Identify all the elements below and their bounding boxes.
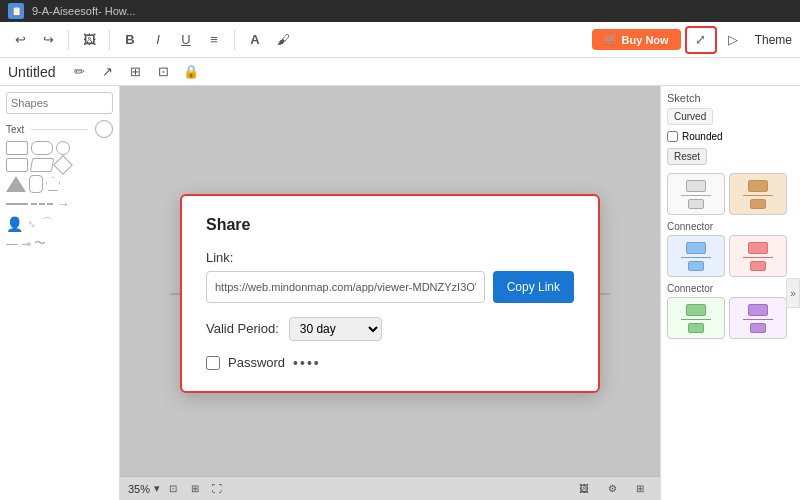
font-btn[interactable]: A [243, 28, 267, 52]
main-toolbar: ↩ ↪ 🖼 B I U ≡ A 🖌 🛒 Buy Now ⤢ ▷ Theme [0, 22, 800, 58]
share-icon: ⤢ [695, 32, 706, 47]
connector-label-1: Connector [667, 221, 794, 232]
modal-overlay: Share Link: Copy Link Valid Period: 30 d… [120, 86, 660, 500]
rounded-checkbox[interactable] [667, 131, 678, 142]
curved-chip[interactable]: Curved [667, 108, 713, 125]
theme-cards-3 [667, 297, 794, 339]
share-toolbar-btn[interactable]: ⤢ [685, 26, 717, 54]
left-sidebar: Text → [0, 86, 120, 500]
theme-card-4[interactable] [729, 235, 787, 277]
link-input[interactable] [206, 271, 485, 303]
mini-conn-4 [743, 257, 773, 258]
video-btn[interactable]: ▷ [721, 28, 745, 52]
cart-icon: 🛒 [604, 33, 618, 46]
theme-card-6[interactable] [729, 297, 787, 339]
triangle-shape[interactable] [6, 176, 26, 192]
dash2-shape[interactable]: ⊸ [21, 237, 31, 251]
password-checkbox[interactable] [206, 356, 220, 370]
second-toolbar: Untitled ✏ ↗ ⊞ ⊡ 🔒 [0, 58, 800, 86]
shape-row-4 [6, 175, 113, 193]
line-shape[interactable] [6, 203, 28, 205]
circle-shape[interactable] [95, 120, 113, 138]
valid-period-row: Valid Period: 30 day 7 day 1 day Permane… [206, 317, 574, 341]
sep3 [234, 30, 235, 50]
rounded-rect-shape[interactable] [31, 141, 53, 155]
sep2 [109, 30, 110, 50]
password-row: Password •••• [206, 355, 574, 371]
rect2-shape[interactable] [6, 158, 28, 172]
share-modal: Share Link: Copy Link Valid Period: 30 d… [180, 194, 600, 393]
mini-conn-1 [681, 195, 711, 196]
shape-row-1: Text [6, 120, 113, 138]
diamond-shape[interactable] [53, 155, 73, 175]
arrow2-shape[interactable]: ↔ [23, 214, 41, 232]
mini-conn-5 [681, 319, 711, 320]
rect-shape[interactable] [6, 141, 28, 155]
arrow-shape[interactable]: → [56, 196, 70, 212]
parallelogram-shape[interactable] [30, 158, 54, 172]
shapes-search[interactable] [6, 92, 113, 114]
canvas[interactable]: Baroque Era (1600-1750 AD) Characterized… [120, 86, 660, 500]
link-label: Link: [206, 250, 574, 265]
person-shape[interactable]: 👤 [6, 216, 23, 232]
password-label: Password [228, 355, 285, 370]
mini-shape-4 [750, 199, 766, 209]
shape-row-7: — ⊸ 〜 [6, 235, 113, 252]
pencil-btn[interactable]: ✏ [67, 60, 91, 84]
pentagon-shape[interactable] [46, 177, 60, 191]
link-row: Copy Link [206, 271, 574, 303]
password-dots: •••• [293, 355, 321, 371]
crop-btn[interactable]: ⊡ [151, 60, 175, 84]
rounded-label: Rounded [682, 131, 723, 142]
theme-card-5[interactable] [667, 297, 725, 339]
table-btn[interactable]: ⊞ [123, 60, 147, 84]
theme-card-2[interactable] [729, 173, 787, 215]
mini-shape-11 [748, 304, 768, 316]
connect-btn[interactable]: ↗ [95, 60, 119, 84]
mini-shape-3 [748, 180, 768, 192]
mini-shape-6 [688, 261, 704, 271]
shapes-list: Text → [6, 120, 113, 252]
sep1 [68, 30, 69, 50]
mini-shape-1 [686, 180, 706, 192]
reset-btn[interactable]: Reset [667, 148, 707, 165]
cylinder-shape[interactable] [29, 175, 43, 193]
mini-shape-2 [688, 199, 704, 209]
copy-link-btn[interactable]: Copy Link [493, 271, 574, 303]
modal-title: Share [206, 216, 574, 234]
right-sidebar: Sketch Curved Rounded Reset [660, 86, 800, 500]
align-btn[interactable]: ≡ [202, 28, 226, 52]
mini-conn-6 [743, 319, 773, 320]
period-select[interactable]: 30 day 7 day 1 day Permanent [289, 317, 382, 341]
connector-label-2: Connector [667, 283, 794, 294]
image-btn[interactable]: 🖼 [77, 28, 101, 52]
dashed-line[interactable] [31, 203, 53, 205]
sidebar-text-item: Text [6, 124, 24, 135]
circle-shape2[interactable] [56, 141, 70, 155]
undo-btn[interactable]: ↩ [8, 28, 32, 52]
theme-cards-1 [667, 173, 794, 215]
shape-row-6: 👤 ↔ ⌒ [6, 215, 113, 232]
app-icon: 📋 [8, 3, 24, 19]
content-area: Text → [0, 86, 800, 500]
lock-btn[interactable]: 🔒 [179, 60, 203, 84]
theme-card-1[interactable] [667, 173, 725, 215]
wavy-shape[interactable]: 〜 [34, 235, 46, 252]
dash1-shape[interactable]: — [6, 237, 18, 251]
theme-card-3[interactable] [667, 235, 725, 277]
bold-btn[interactable]: B [118, 28, 142, 52]
sketch-label: Sketch [667, 92, 794, 104]
italic-btn[interactable]: I [146, 28, 170, 52]
redo-btn[interactable]: ↪ [36, 28, 60, 52]
buy-now-btn[interactable]: 🛒 Buy Now [592, 29, 681, 50]
shape-row-5: → [6, 196, 113, 212]
rounded-row: Rounded [667, 131, 794, 142]
paint-btn[interactable]: 🖌 [271, 28, 295, 52]
page-title: Untitled [8, 64, 55, 80]
mini-conn-2 [743, 195, 773, 196]
curve-shape[interactable]: ⌒ [41, 215, 53, 232]
title-bar: 📋 9-A-Aiseesoft- How... [0, 0, 800, 22]
underline-btn[interactable]: U [174, 28, 198, 52]
mini-shape-9 [686, 304, 706, 316]
mini-shape-5 [686, 242, 706, 254]
